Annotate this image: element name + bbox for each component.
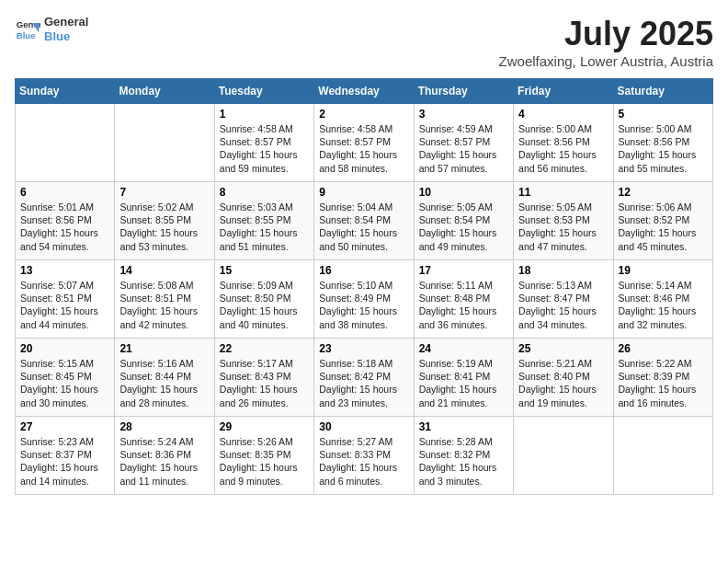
week-row-1: 1Sunrise: 4:58 AM Sunset: 8:57 PM Daylig… [16, 104, 713, 182]
weekday-header-monday: Monday [115, 79, 214, 104]
calendar-cell: 19Sunrise: 5:14 AM Sunset: 8:46 PM Dayli… [613, 260, 712, 339]
day-info: Sunrise: 5:03 AM Sunset: 8:55 PM Dayligh… [220, 201, 309, 253]
logo-icon: General Blue [15, 17, 40, 42]
calendar-cell: 5Sunrise: 5:00 AM Sunset: 8:56 PM Daylig… [613, 104, 712, 182]
day-info: Sunrise: 5:04 AM Sunset: 8:54 PM Dayligh… [319, 201, 408, 253]
day-info: Sunrise: 4:58 AM Sunset: 8:57 PM Dayligh… [319, 122, 408, 175]
day-info: Sunrise: 5:21 AM Sunset: 8:40 PM Dayligh… [518, 357, 608, 409]
day-info: Sunrise: 5:19 AM Sunset: 8:41 PM Dayligh… [419, 357, 508, 409]
calendar-cell: 30Sunrise: 5:27 AM Sunset: 8:33 PM Dayli… [314, 417, 414, 495]
day-number: 9 [319, 186, 408, 199]
day-number: 6 [20, 186, 109, 199]
calendar-cell: 18Sunrise: 5:13 AM Sunset: 8:47 PM Dayli… [514, 260, 613, 339]
calendar-cell: 10Sunrise: 5:05 AM Sunset: 8:54 PM Dayli… [414, 182, 513, 260]
day-info: Sunrise: 5:17 AM Sunset: 8:43 PM Dayligh… [220, 357, 309, 409]
day-number: 27 [20, 420, 109, 433]
day-info: Sunrise: 5:05 AM Sunset: 8:53 PM Dayligh… [518, 201, 608, 253]
calendar-cell: 2Sunrise: 4:58 AM Sunset: 8:57 PM Daylig… [314, 104, 414, 182]
day-number: 16 [319, 264, 408, 277]
calendar-cell [613, 417, 712, 495]
day-info: Sunrise: 5:09 AM Sunset: 8:50 PM Dayligh… [220, 279, 309, 331]
day-number: 2 [319, 108, 408, 121]
day-info: Sunrise: 5:26 AM Sunset: 8:35 PM Dayligh… [220, 435, 309, 488]
page-header: General Blue General Blue July 2025 Zwoe… [15, 15, 713, 69]
logo: General Blue General Blue [15, 15, 88, 43]
day-info: Sunrise: 5:18 AM Sunset: 8:42 PM Dayligh… [319, 357, 408, 409]
calendar-cell: 16Sunrise: 5:10 AM Sunset: 8:49 PM Dayli… [314, 260, 414, 339]
calendar-cell: 1Sunrise: 4:58 AM Sunset: 8:57 PM Daylig… [214, 104, 313, 182]
day-info: Sunrise: 5:05 AM Sunset: 8:54 PM Dayligh… [419, 201, 508, 253]
calendar-table: SundayMondayTuesdayWednesdayThursdayFrid… [15, 78, 713, 495]
calendar-cell: 6Sunrise: 5:01 AM Sunset: 8:56 PM Daylig… [16, 182, 115, 260]
week-row-4: 20Sunrise: 5:15 AM Sunset: 8:45 PM Dayli… [16, 339, 713, 417]
day-info: Sunrise: 5:00 AM Sunset: 8:56 PM Dayligh… [619, 122, 708, 175]
calendar-cell: 3Sunrise: 4:59 AM Sunset: 8:57 PM Daylig… [414, 104, 513, 182]
day-number: 18 [518, 264, 608, 277]
calendar-cell: 27Sunrise: 5:23 AM Sunset: 8:37 PM Dayli… [16, 417, 115, 495]
day-number: 24 [419, 342, 508, 355]
day-info: Sunrise: 5:02 AM Sunset: 8:55 PM Dayligh… [119, 201, 209, 253]
day-number: 23 [319, 342, 408, 355]
day-number: 10 [419, 186, 508, 199]
day-info: Sunrise: 5:11 AM Sunset: 8:48 PM Dayligh… [419, 279, 508, 331]
calendar-cell: 24Sunrise: 5:19 AM Sunset: 8:41 PM Dayli… [414, 339, 513, 417]
calendar-cell [514, 417, 613, 495]
weekday-header-sunday: Sunday [16, 79, 115, 104]
day-number: 28 [119, 420, 209, 433]
calendar-cell: 25Sunrise: 5:21 AM Sunset: 8:40 PM Dayli… [514, 339, 613, 417]
day-number: 17 [419, 264, 508, 277]
day-number: 30 [319, 420, 408, 433]
weekday-header-tuesday: Tuesday [214, 79, 313, 104]
day-info: Sunrise: 5:10 AM Sunset: 8:49 PM Dayligh… [319, 279, 408, 331]
day-number: 25 [518, 342, 608, 355]
day-info: Sunrise: 5:22 AM Sunset: 8:39 PM Dayligh… [619, 357, 708, 409]
calendar-cell: 12Sunrise: 5:06 AM Sunset: 8:52 PM Dayli… [613, 182, 712, 260]
calendar-cell: 8Sunrise: 5:03 AM Sunset: 8:55 PM Daylig… [214, 182, 313, 260]
calendar-cell: 26Sunrise: 5:22 AM Sunset: 8:39 PM Dayli… [613, 339, 712, 417]
calendar-title: July 2025 [499, 15, 713, 53]
day-number: 22 [220, 342, 309, 355]
calendar-cell: 4Sunrise: 5:00 AM Sunset: 8:56 PM Daylig… [514, 104, 613, 182]
calendar-cell: 29Sunrise: 5:26 AM Sunset: 8:35 PM Dayli… [214, 417, 313, 495]
calendar-cell: 15Sunrise: 5:09 AM Sunset: 8:50 PM Dayli… [214, 260, 313, 339]
logo-line2: Blue [44, 29, 88, 44]
day-number: 3 [419, 108, 508, 121]
day-info: Sunrise: 5:06 AM Sunset: 8:52 PM Dayligh… [619, 201, 708, 253]
day-info: Sunrise: 5:01 AM Sunset: 8:56 PM Dayligh… [20, 201, 109, 253]
day-info: Sunrise: 5:24 AM Sunset: 8:36 PM Dayligh… [119, 435, 209, 488]
calendar-cell: 7Sunrise: 5:02 AM Sunset: 8:55 PM Daylig… [115, 182, 214, 260]
calendar-cell: 13Sunrise: 5:07 AM Sunset: 8:51 PM Dayli… [16, 260, 115, 339]
weekday-header-friday: Friday [514, 79, 613, 104]
calendar-cell: 11Sunrise: 5:05 AM Sunset: 8:53 PM Dayli… [514, 182, 613, 260]
day-info: Sunrise: 5:14 AM Sunset: 8:46 PM Dayligh… [619, 279, 708, 331]
logo-line1: General [44, 15, 88, 29]
weekday-header-row: SundayMondayTuesdayWednesdayThursdayFrid… [16, 79, 713, 104]
week-row-3: 13Sunrise: 5:07 AM Sunset: 8:51 PM Dayli… [16, 260, 713, 339]
day-info: Sunrise: 4:58 AM Sunset: 8:57 PM Dayligh… [220, 122, 309, 175]
day-info: Sunrise: 5:00 AM Sunset: 8:56 PM Dayligh… [518, 122, 608, 175]
weekday-header-thursday: Thursday [414, 79, 513, 104]
day-info: Sunrise: 5:23 AM Sunset: 8:37 PM Dayligh… [20, 435, 109, 488]
day-number: 26 [619, 342, 708, 355]
day-info: Sunrise: 4:59 AM Sunset: 8:57 PM Dayligh… [419, 122, 508, 175]
week-row-5: 27Sunrise: 5:23 AM Sunset: 8:37 PM Dayli… [16, 417, 713, 495]
weekday-header-saturday: Saturday [613, 79, 712, 104]
svg-text:Blue: Blue [17, 29, 36, 40]
day-number: 7 [119, 186, 209, 199]
week-row-2: 6Sunrise: 5:01 AM Sunset: 8:56 PM Daylig… [16, 182, 713, 260]
day-number: 12 [619, 186, 708, 199]
calendar-cell [16, 104, 115, 182]
calendar-cell: 31Sunrise: 5:28 AM Sunset: 8:32 PM Dayli… [414, 417, 513, 495]
day-info: Sunrise: 5:28 AM Sunset: 8:32 PM Dayligh… [419, 435, 508, 488]
day-number: 1 [220, 108, 309, 121]
calendar-subtitle: Zwoelfaxing, Lower Austria, Austria [499, 53, 713, 69]
day-number: 5 [619, 108, 708, 121]
calendar-cell: 22Sunrise: 5:17 AM Sunset: 8:43 PM Dayli… [214, 339, 313, 417]
calendar-cell: 9Sunrise: 5:04 AM Sunset: 8:54 PM Daylig… [314, 182, 414, 260]
day-number: 19 [619, 264, 708, 277]
day-info: Sunrise: 5:16 AM Sunset: 8:44 PM Dayligh… [119, 357, 209, 409]
title-area: July 2025 Zwoelfaxing, Lower Austria, Au… [499, 15, 713, 69]
day-number: 4 [518, 108, 608, 121]
calendar-cell: 28Sunrise: 5:24 AM Sunset: 8:36 PM Dayli… [115, 417, 214, 495]
day-number: 8 [220, 186, 309, 199]
